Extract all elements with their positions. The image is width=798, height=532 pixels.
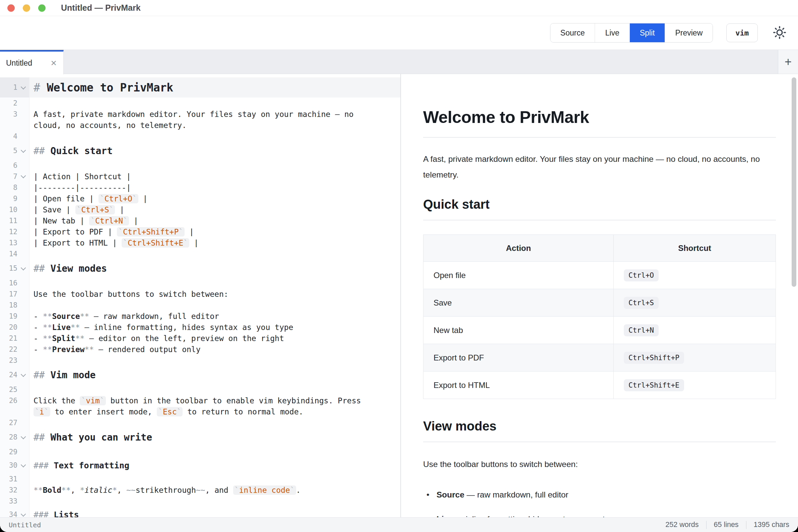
fold-chevron-icon[interactable] [20, 84, 26, 90]
fold-chevron-icon[interactable] [20, 434, 26, 439]
tab-untitled[interactable]: Untitled × [0, 50, 64, 74]
line-content[interactable]: Use the toolbar buttons to switch betwee… [30, 288, 400, 300]
fold-chevron-icon[interactable] [20, 462, 26, 467]
vim-toggle-button[interactable]: vim [726, 23, 758, 42]
line-content[interactable]: ## What you can write [30, 428, 400, 446]
close-window-button[interactable] [7, 4, 15, 12]
editor-line[interactable]: 19- **Source** — raw markdown, full edit… [0, 310, 400, 322]
line-content[interactable] [30, 278, 400, 288]
line-content[interactable]: cloud, no accounts, no telemetry. [30, 120, 400, 131]
editor-line[interactable]: 13| Export to HTML | `Ctrl+Shift+E` | [0, 237, 400, 248]
editor-pane[interactable]: 1# Welcome to PrivMark23A fast, private … [0, 74, 401, 517]
table-cell-action: Export to PDF [423, 344, 614, 372]
theme-toggle-button[interactable] [771, 24, 788, 41]
editor-line[interactable]: 17Use the toolbar buttons to switch betw… [0, 288, 400, 300]
editor-line[interactable]: 9| Open file | `Ctrl+O` | [0, 193, 400, 204]
editor-line[interactable]: 5## Quick start [0, 142, 400, 160]
line-content[interactable] [30, 417, 400, 428]
editor-line[interactable]: 15## View modes [0, 259, 400, 278]
editor-line[interactable]: 33 [0, 495, 400, 507]
editor-line[interactable]: 23 [0, 355, 400, 366]
editor-line[interactable]: cloud, no accounts, no telemetry. [0, 120, 400, 131]
line-content[interactable]: - **Split** — editor on the left, previe… [30, 332, 400, 344]
editor-line[interactable]: 3A fast, private markdown editor. Your f… [0, 109, 400, 120]
editor-line[interactable]: 28## What you can write [0, 428, 400, 446]
editor-line[interactable]: 32**Bold**, *italic*, ~~strikethrough~~,… [0, 484, 400, 495]
line-content[interactable]: `i` to enter insert mode, `Esc` to retur… [30, 406, 400, 417]
line-content[interactable] [30, 473, 400, 484]
line-content[interactable] [30, 384, 400, 395]
fold-chevron-icon[interactable] [20, 372, 26, 377]
line-content[interactable]: ### Text formatting [30, 457, 400, 473]
line-number: 33 [0, 497, 17, 505]
editor-line[interactable]: 11| New tab | `Ctrl+N` | [0, 215, 400, 226]
editor-line[interactable]: 27 [0, 417, 400, 428]
line-content[interactable] [30, 248, 400, 259]
editor-line[interactable]: 10| Save | `Ctrl+S` | [0, 204, 400, 215]
editor-line[interactable]: 31 [0, 473, 400, 484]
line-number: 29 [0, 448, 17, 456]
line-content[interactable] [30, 160, 400, 171]
line-content[interactable]: ## View modes [30, 259, 400, 278]
fold-chevron-icon[interactable] [20, 147, 26, 153]
line-content[interactable]: | Export to HTML | `Ctrl+Shift+E` | [30, 237, 400, 248]
editor-line[interactable]: 18 [0, 300, 400, 310]
editor-line[interactable]: 2 [0, 97, 400, 109]
line-gutter: 24 [0, 366, 30, 384]
editor-line[interactable]: 12| Export to PDF | `Ctrl+Shift+P` | [0, 226, 400, 237]
editor-line[interactable]: 34### Lists [0, 507, 400, 517]
line-content[interactable]: ### Lists [30, 507, 400, 517]
line-content[interactable] [30, 495, 400, 507]
line-content[interactable] [30, 97, 400, 109]
editor-line[interactable]: 1# Welcome to PrivMark [0, 77, 400, 97]
line-gutter: 21 [0, 332, 30, 344]
line-content[interactable] [30, 446, 400, 457]
line-content[interactable]: |--------|----------| [30, 182, 400, 193]
editor-line[interactable]: 16 [0, 278, 400, 288]
line-content[interactable]: | Save | `Ctrl+S` | [30, 204, 400, 215]
minimize-window-button[interactable] [23, 4, 30, 12]
view-mode-split-button[interactable]: Split [629, 23, 665, 42]
editor-line[interactable]: 14 [0, 248, 400, 259]
editor-line[interactable]: 22- **Preview** — rendered output only [0, 344, 400, 355]
fold-chevron-icon[interactable] [20, 265, 26, 270]
line-content[interactable] [30, 131, 400, 142]
line-content[interactable]: # Welcome to PrivMark [30, 77, 400, 97]
editor-line[interactable]: 25 [0, 384, 400, 395]
line-content[interactable] [30, 355, 400, 366]
line-content[interactable]: - **Source** — raw markdown, full editor [30, 310, 400, 322]
line-content[interactable]: | Open file | `Ctrl+O` | [30, 193, 400, 204]
view-mode-live-button[interactable]: Live [595, 23, 629, 42]
line-content[interactable]: **Bold**, *italic*, ~~strikethrough~~, a… [30, 484, 400, 495]
line-content[interactable]: - **Live** — inline formatting, hides sy… [30, 322, 400, 332]
line-content[interactable]: Click the `vim` button in the toolbar to… [30, 395, 400, 406]
editor-line[interactable]: 4 [0, 131, 400, 142]
zoom-window-button[interactable] [38, 4, 45, 12]
editor-line[interactable]: 21- **Split** — editor on the left, prev… [0, 332, 400, 344]
editor-line[interactable]: 30### Text formatting [0, 457, 400, 473]
line-content[interactable]: | Export to PDF | `Ctrl+Shift+P` | [30, 226, 400, 237]
line-content[interactable]: ## Quick start [30, 142, 400, 160]
fold-chevron-icon[interactable] [20, 511, 26, 517]
editor-line[interactable]: 26Click the `vim` button in the toolbar … [0, 395, 400, 406]
new-tab-button[interactable]: + [778, 50, 798, 74]
line-content[interactable]: | New tab | `Ctrl+N` | [30, 215, 400, 226]
close-tab-icon[interactable]: × [51, 58, 57, 68]
editor-line[interactable]: 6 [0, 160, 400, 171]
preview-scrollbar[interactable] [792, 77, 796, 287]
line-content[interactable]: ## Vim mode [30, 366, 400, 384]
editor-line[interactable]: 24## Vim mode [0, 366, 400, 384]
editor-line[interactable]: 20- **Live** — inline formatting, hides … [0, 322, 400, 332]
line-content[interactable] [30, 300, 400, 310]
line-content[interactable]: | Action | Shortcut | [30, 171, 400, 182]
editor-line[interactable]: 29 [0, 446, 400, 457]
editor-line[interactable]: 8|--------|----------| [0, 182, 400, 193]
view-mode-source-button[interactable]: Source [550, 23, 595, 42]
editor-line[interactable]: 7| Action | Shortcut | [0, 171, 400, 182]
table-cell-action: Open file [423, 262, 614, 289]
editor-line[interactable]: `i` to enter insert mode, `Esc` to retur… [0, 406, 400, 417]
fold-chevron-icon[interactable] [20, 173, 26, 178]
line-content[interactable]: - **Preview** — rendered output only [30, 344, 400, 355]
view-mode-preview-button[interactable]: Preview [665, 23, 712, 42]
line-content[interactable]: A fast, private markdown editor. Your fi… [30, 109, 400, 120]
